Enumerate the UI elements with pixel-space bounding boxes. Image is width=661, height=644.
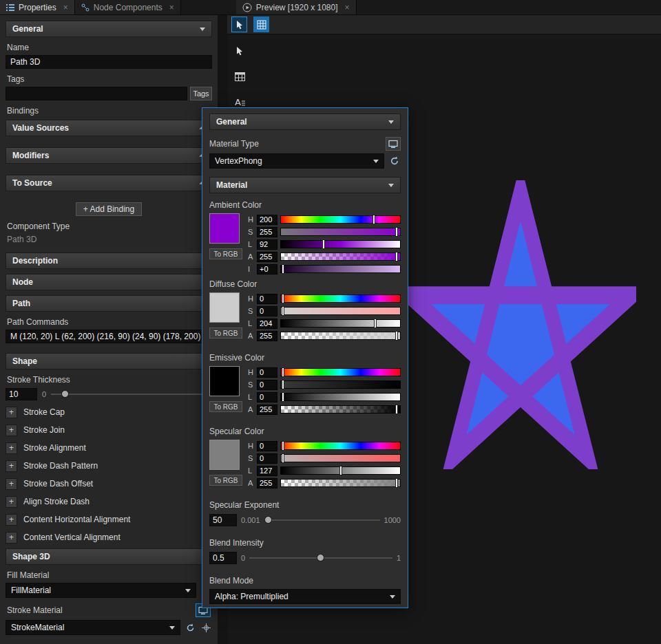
saturation-slider[interactable] — [280, 307, 401, 315]
lightness-slider[interactable] — [280, 240, 401, 248]
lightness-slider[interactable] — [280, 319, 401, 328]
channel-value-input[interactable] — [257, 215, 277, 225]
channel-value-input[interactable] — [257, 453, 277, 464]
section-header-shape[interactable]: Shape — [6, 353, 212, 369]
channel-value-input[interactable] — [257, 478, 277, 489]
blend-intensity-input[interactable] — [209, 552, 237, 564]
slider-handle[interactable] — [282, 441, 284, 451]
section-header-path[interactable]: Path — [6, 295, 212, 312]
color-swatch[interactable] — [209, 440, 240, 470]
add-property-button[interactable]: + — [6, 460, 17, 472]
to-rgb-button[interactable]: To RGB — [209, 248, 242, 259]
color-swatch[interactable] — [209, 213, 240, 244]
section-header-value-sources[interactable]: Value Sources — [6, 120, 212, 136]
add-property-button[interactable]: + — [6, 514, 17, 526]
name-input[interactable] — [6, 55, 212, 69]
section-header-modifiers[interactable]: Modifiers — [6, 147, 212, 164]
saturation-slider[interactable] — [280, 454, 401, 462]
add-property-button[interactable]: + — [6, 407, 17, 418]
add-property-button[interactable]: + — [6, 442, 17, 454]
tags-input[interactable] — [6, 87, 187, 100]
color-swatch[interactable] — [209, 292, 240, 323]
slider-handle[interactable] — [282, 380, 284, 389]
reset-icon[interactable] — [184, 621, 196, 634]
popup-section-header-material[interactable]: Material — [209, 177, 401, 193]
saturation-slider[interactable] — [280, 380, 401, 389]
slider-handle[interactable] — [395, 252, 398, 261]
channel-value-input[interactable] — [257, 367, 277, 378]
channel-value-input[interactable] — [257, 252, 277, 262]
channel-value-input[interactable] — [257, 306, 277, 316]
section-header-to-source[interactable]: To Source — [6, 175, 212, 191]
alpha-slider[interactable] — [280, 479, 401, 487]
section-header-general[interactable]: General — [6, 21, 212, 37]
stroke-thickness-input[interactable] — [6, 388, 37, 400]
add-property-button[interactable]: + — [6, 532, 17, 544]
path-commands-input[interactable] — [6, 330, 212, 343]
slider-handle[interactable] — [317, 554, 324, 561]
channel-value-input[interactable] — [257, 227, 277, 237]
channel-value-input[interactable] — [257, 331, 277, 341]
lightness-slider[interactable] — [280, 466, 401, 475]
hue-slider[interactable] — [280, 368, 401, 376]
slider-handle[interactable] — [282, 392, 284, 402]
channel-value-input[interactable] — [257, 380, 277, 390]
tab-node-components[interactable]: Node Components × — [75, 0, 181, 14]
channel-value-input[interactable] — [257, 294, 277, 304]
saturation-slider[interactable] — [280, 228, 401, 236]
fill-material-dropdown[interactable]: FillMaterial — [6, 583, 196, 598]
add-binding-button[interactable]: + Add Binding — [76, 202, 142, 216]
channel-value-input[interactable] — [257, 239, 277, 250]
slider-handle[interactable] — [395, 331, 398, 341]
stroke-thickness-slider[interactable] — [51, 389, 212, 400]
add-property-button[interactable]: + — [6, 496, 17, 508]
slider-handle[interactable] — [264, 516, 272, 524]
alpha-slider[interactable] — [280, 253, 401, 261]
channel-value-input[interactable] — [257, 405, 277, 415]
section-header-node[interactable]: Node — [6, 274, 212, 290]
reset-icon[interactable] — [388, 155, 401, 167]
tags-button[interactable]: Tags — [190, 87, 212, 100]
channel-value-input[interactable] — [257, 392, 277, 402]
tab-preview[interactable]: Preview [1920 x 1080] × — [236, 0, 357, 14]
slider-handle[interactable] — [373, 215, 375, 224]
tab-properties[interactable]: Properties × — [0, 0, 75, 14]
table-tool-button[interactable] — [231, 68, 248, 85]
hue-slider[interactable] — [280, 215, 401, 224]
alpha-slider[interactable] — [280, 332, 401, 340]
slider-handle[interactable] — [61, 390, 69, 398]
slider-handle[interactable] — [395, 478, 398, 488]
blend-intensity-slider[interactable] — [249, 552, 392, 564]
select-tool-button[interactable] — [231, 43, 248, 59]
slider-handle[interactable] — [282, 264, 284, 274]
slider-handle[interactable] — [395, 405, 398, 414]
slider-handle[interactable] — [282, 306, 284, 316]
color-swatch[interactable] — [209, 366, 240, 396]
material-type-editor-button[interactable] — [386, 137, 401, 151]
alpha-slider[interactable] — [280, 405, 401, 414]
slider-handle[interactable] — [282, 453, 284, 463]
grid-overlay-button[interactable] — [253, 17, 269, 32]
slider-handle[interactable] — [395, 227, 398, 237]
slider-handle[interactable] — [282, 294, 284, 303]
close-icon[interactable]: × — [169, 3, 174, 12]
close-icon[interactable]: × — [63, 3, 68, 12]
to-rgb-button[interactable]: To RGB — [209, 401, 242, 412]
section-header-shape3d[interactable]: Shape 3D — [6, 548, 212, 565]
section-header-description[interactable]: Description — [6, 253, 212, 269]
popup-section-header-general[interactable]: General — [209, 114, 401, 130]
star-shape[interactable] — [405, 180, 636, 469]
interaction-tool-button[interactable] — [231, 17, 247, 32]
slider-handle[interactable] — [374, 319, 377, 328]
channel-value-input[interactable] — [257, 319, 277, 329]
material-type-dropdown[interactable]: VertexPhong — [209, 153, 384, 169]
intensity-slider[interactable] — [280, 265, 401, 273]
slider-handle[interactable] — [322, 239, 325, 249]
add-property-button[interactable]: + — [6, 425, 17, 436]
to-rgb-button[interactable]: To RGB — [209, 328, 242, 339]
to-rgb-button[interactable]: To RGB — [209, 475, 242, 486]
channel-value-input[interactable] — [257, 466, 277, 476]
channel-value-input[interactable] — [257, 264, 277, 275]
hue-slider[interactable] — [280, 294, 401, 303]
lightness-slider[interactable] — [280, 393, 401, 401]
